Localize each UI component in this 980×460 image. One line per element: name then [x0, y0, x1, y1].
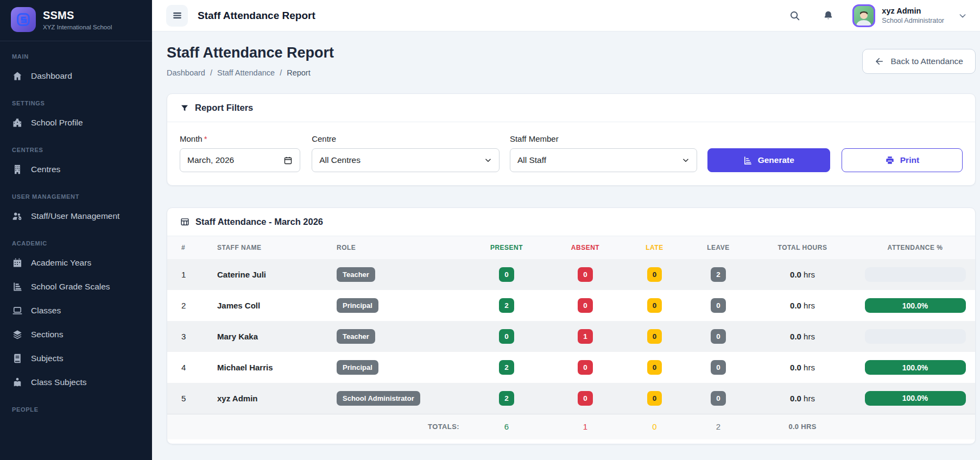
nav-section-label-people: PEOPLE — [0, 394, 152, 417]
sidebar: SSMS XYZ International School MAINDashbo… — [0, 0, 152, 460]
sidebar-item-label: Academic Years — [31, 258, 91, 268]
staff-member-select[interactable]: All Staff — [510, 148, 697, 172]
back-to-attendance-button[interactable]: Back to Attendance — [862, 49, 976, 74]
present-badge: 2 — [499, 391, 514, 406]
absent-badge: 0 — [578, 391, 593, 406]
present-badge: 0 — [499, 329, 514, 344]
bar-chart-icon — [743, 156, 753, 165]
sidebar-item-sections[interactable]: Sections — [0, 323, 152, 346]
filter-funnel-icon — [180, 104, 189, 112]
page-title: Staff Attendance Report — [167, 45, 334, 61]
chevron-down-icon[interactable] — [958, 11, 967, 20]
attendance-progress-empty — [865, 267, 966, 282]
sidebar-item-classes[interactable]: Classes — [0, 299, 152, 323]
users-gear-icon — [12, 211, 23, 222]
user-name: xyz Admin — [882, 7, 944, 15]
attendance-progress-bar: 100.0% — [865, 391, 966, 406]
generate-button[interactable]: Generate — [707, 148, 830, 172]
breadcrumb-staff-attendance[interactable]: Staff Attendance — [217, 68, 275, 77]
sidebar-item-label: Staff/User Management — [31, 211, 119, 221]
row-number: 4 — [167, 352, 211, 383]
hamburger-menu-button[interactable] — [166, 5, 188, 27]
total-hours-value: 0.0 — [790, 394, 801, 403]
nav-section-label-settings: SETTINGS — [0, 88, 152, 111]
main-content: Staff Attendance Report Dashboard / Staf… — [152, 0, 980, 444]
layers-icon — [12, 329, 23, 340]
report-filters-card: Report Filters Month* March, 2026 Centre — [167, 93, 976, 186]
role-badge: Principal — [337, 298, 378, 313]
user-info[interactable]: xyz Admin School Administrator — [882, 7, 944, 24]
person-photo-icon — [855, 9, 873, 26]
sidebar-item-label: Sections — [31, 330, 63, 339]
leave-badge: 0 — [711, 298, 726, 313]
sidebar-item-school-grade-scales[interactable]: School Grade Scales — [0, 275, 152, 299]
sidebar-item-label: Dashboard — [31, 71, 72, 81]
total-hours-value: 0.0 — [790, 332, 801, 341]
sidebar-item-label: Classes — [31, 306, 61, 316]
book-icon — [12, 353, 23, 364]
table-title: Staff Attendance - March 2026 — [195, 217, 323, 227]
month-label: Month* — [180, 134, 300, 143]
table-body: 1Caterine JuliTeacher00020.0 hrs2James C… — [167, 259, 976, 414]
column-header-late: LATE — [623, 236, 686, 259]
print-button[interactable]: Print — [842, 148, 963, 172]
chevron-down-icon — [682, 156, 690, 164]
month-input[interactable]: March, 2026 — [180, 148, 300, 172]
sidebar-item-class-subjects[interactable]: Class Subjects — [0, 370, 152, 394]
column-header-staff-name: STAFF NAME — [211, 236, 330, 259]
required-asterisk: * — [204, 134, 207, 143]
column-header-present: PRESENT — [466, 236, 547, 259]
present-badge: 2 — [499, 360, 514, 375]
centre-select[interactable]: All Centres — [312, 148, 500, 172]
sidebar-item-dashboard[interactable]: Dashboard — [0, 64, 152, 88]
totals-row: TOTALS: 6 1 0 2 0.0 HRS — [167, 414, 976, 439]
sidebar-item-centres[interactable]: Centres — [0, 157, 152, 181]
totals-present: 6 — [466, 414, 547, 439]
totals-leave: 2 — [686, 414, 751, 439]
hours-unit: hrs — [804, 363, 815, 372]
user-avatar[interactable] — [852, 4, 875, 27]
hours-unit: hrs — [804, 270, 815, 279]
table-row: 5xyz AdminSchool Administrator20000.0 hr… — [167, 383, 976, 414]
absent-badge: 0 — [578, 267, 593, 282]
sidebar-item-subjects[interactable]: Subjects — [0, 346, 152, 370]
column-header-total-hours: TOTAL HOURS — [751, 236, 854, 259]
calendar-icon[interactable] — [283, 156, 293, 165]
row-number: 1 — [167, 259, 211, 290]
late-badge: 0 — [647, 391, 662, 406]
person-book-icon — [12, 377, 23, 388]
leave-badge: 0 — [711, 360, 726, 375]
back-button-label: Back to Attendance — [890, 56, 963, 66]
user-role: School Administrator — [882, 17, 944, 24]
month-value: March, 2026 — [187, 155, 234, 165]
hours-unit: hrs — [804, 394, 815, 403]
calendar-icon — [12, 257, 23, 268]
print-label: Print — [900, 155, 919, 165]
generate-label: Generate — [758, 155, 794, 165]
table-icon — [180, 217, 189, 226]
late-badge: 0 — [647, 298, 662, 313]
sidebar-item-school-profile[interactable]: School Profile — [0, 111, 152, 135]
role-badge: School Administrator — [337, 391, 420, 406]
sidebar-item-staff-user-management[interactable]: Staff/User Management — [0, 204, 152, 228]
absent-badge: 0 — [578, 298, 593, 313]
bar-chart-icon — [12, 281, 23, 292]
staff-member-value: All Staff — [517, 155, 546, 165]
staff-name: James Coll — [217, 301, 260, 310]
app-subtitle: XYZ International School — [43, 24, 112, 30]
filters-title: Report Filters — [195, 103, 253, 113]
breadcrumb-dashboard[interactable]: Dashboard — [167, 68, 205, 77]
notification-bell-icon[interactable] — [823, 10, 834, 21]
attendance-progress-bar: 100.0% — [865, 298, 966, 313]
totals-late: 0 — [623, 414, 686, 439]
row-number: 3 — [167, 321, 211, 352]
nav-section-label-main: MAIN — [0, 41, 152, 64]
staff-member-label: Staff Member — [510, 134, 697, 143]
search-icon[interactable] — [789, 10, 801, 22]
absent-badge: 0 — [578, 360, 593, 375]
total-hours-value: 0.0 — [790, 270, 801, 279]
staff-name: Mary Kaka — [217, 332, 258, 341]
present-badge: 2 — [499, 298, 514, 313]
sidebar-item-academic-years[interactable]: Academic Years — [0, 251, 152, 275]
breadcrumb-report: Report — [287, 68, 311, 77]
